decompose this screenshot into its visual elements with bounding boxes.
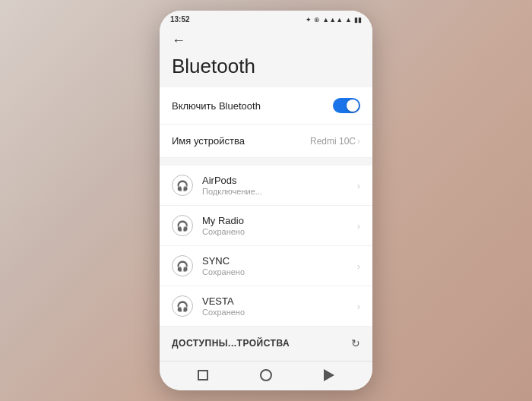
device-name-value: Redmi 10C › xyxy=(310,136,360,147)
bluetooth-toggle-label: Включить Bluetooth xyxy=(172,100,261,112)
bluetooth-toggle-row[interactable]: Включить Bluetooth xyxy=(160,87,372,125)
device-chevron-sync: › xyxy=(357,260,360,272)
status-bar: 13:52 ✦ ⊕ ▲▲▲ ▲ ▮▮ xyxy=(160,11,372,27)
nav-home-button[interactable] xyxy=(258,368,274,383)
chevron-icon: › xyxy=(357,136,360,147)
device-name-myradio: My Radio xyxy=(202,215,357,226)
back-button[interactable]: ← xyxy=(160,27,372,52)
section-gap xyxy=(160,158,372,166)
device-list: 🎧 AirPods Подключение... › 🎧 My Radio Со… xyxy=(160,166,372,327)
device-chevron-myradio: › xyxy=(357,220,360,232)
device-item-airpods[interactable]: 🎧 AirPods Подключение... › xyxy=(160,166,372,206)
wifi-icon: ▲ xyxy=(345,16,352,24)
device-info-myradio: My Radio Сохранено xyxy=(202,215,357,236)
device-chevron-airpods: › xyxy=(357,180,360,191)
phone-frame: 13:52 ✦ ⊕ ▲▲▲ ▲ ▮▮ ← Bluetooth Включить … xyxy=(160,11,372,390)
bluetooth-icon: ✦ xyxy=(306,16,312,24)
content-area: ← Bluetooth Включить Bluetooth Имя устро… xyxy=(160,27,372,361)
device-name-text: Redmi 10C xyxy=(310,136,356,147)
page-title: Bluetooth xyxy=(160,52,372,87)
device-name-vesta: VESTA xyxy=(202,295,357,307)
device-name-label: Имя устройства xyxy=(172,135,245,147)
device-info-airpods: AirPods Подключение... xyxy=(202,175,357,196)
headphones-icon: 🎧 xyxy=(172,175,193,196)
device-status-sync: Сохранено xyxy=(202,267,357,276)
nav-back-button[interactable] xyxy=(321,368,337,383)
bluetooth-toggle[interactable] xyxy=(333,98,360,113)
available-devices-section: ДОСТУПНЫ...ТРОЙСТВА ↻ xyxy=(160,328,372,358)
headphones-icon-myradio: 🎧 xyxy=(172,215,193,236)
device-status-myradio: Сохранено xyxy=(202,227,357,236)
signal-bars: ▲▲▲ xyxy=(322,16,343,24)
signal-icon: ⊕ xyxy=(314,16,320,24)
device-name-sync: SYNC xyxy=(202,255,357,267)
nav-circle-icon xyxy=(260,369,272,381)
device-status-airpods: Подключение... xyxy=(202,187,357,196)
device-info-sync: SYNC Сохранено xyxy=(202,255,357,276)
device-item-sync[interactable]: 🎧 SYNC Сохранено › xyxy=(160,246,372,286)
battery-icon: ▮▮ xyxy=(354,16,362,24)
device-name-row[interactable]: Имя устройства Redmi 10C › xyxy=(160,125,372,158)
nav-triangle-icon xyxy=(324,369,334,381)
device-chevron-vesta: › xyxy=(357,301,360,312)
nav-square-icon xyxy=(198,370,208,380)
available-devices-label: ДОСТУПНЫ...ТРОЙСТВА xyxy=(172,338,290,349)
device-name-airpods: AirPods xyxy=(202,175,357,186)
device-info-vesta: VESTA Сохранено xyxy=(202,295,357,317)
device-item-vesta[interactable]: 🎧 VESTA Сохранено › xyxy=(160,286,372,327)
nav-recent-button[interactable] xyxy=(195,368,211,383)
bottom-nav xyxy=(160,361,372,390)
back-arrow-icon[interactable]: ← xyxy=(172,33,185,48)
status-time: 13:52 xyxy=(170,15,190,24)
refresh-icon[interactable]: ↻ xyxy=(351,337,360,349)
device-status-vesta: Сохранено xyxy=(202,308,357,317)
headphones-icon-sync: 🎧 xyxy=(172,255,193,276)
device-item-myradio[interactable]: 🎧 My Radio Сохранено › xyxy=(160,206,372,246)
headphones-icon-vesta: 🎧 xyxy=(172,295,193,317)
status-icons: ✦ ⊕ ▲▲▲ ▲ ▮▮ xyxy=(306,16,362,24)
